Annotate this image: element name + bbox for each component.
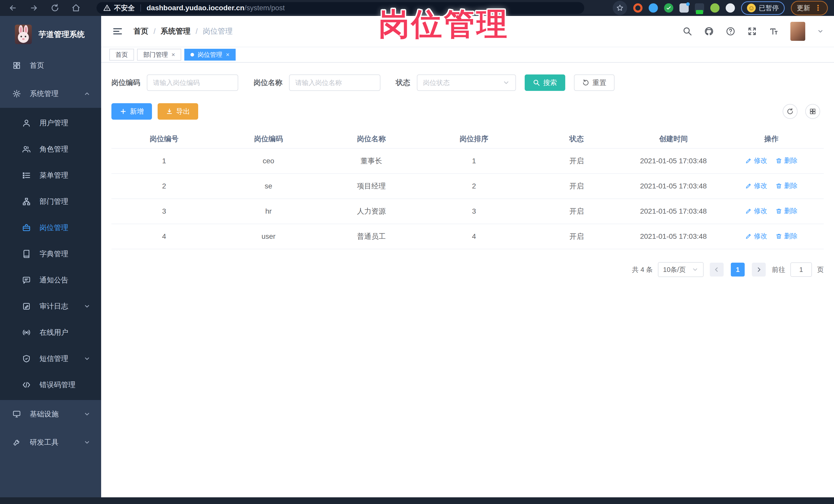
code-icon bbox=[22, 380, 31, 389]
briefcase-icon bbox=[22, 223, 31, 232]
page-size-select[interactable]: 10条/页 bbox=[658, 262, 704, 277]
extension-icon[interactable] bbox=[633, 3, 642, 13]
sidebar-item-depts[interactable]: 部门管理 bbox=[0, 189, 101, 215]
breadcrumb-current: 岗位管理 bbox=[203, 26, 233, 37]
edit-log-icon bbox=[22, 302, 31, 311]
tab-label: 首页 bbox=[115, 50, 128, 59]
cell-post-code: user bbox=[217, 224, 320, 249]
home-icon[interactable] bbox=[71, 3, 81, 13]
add-button[interactable]: 新增 bbox=[111, 103, 152, 119]
filter-form: 岗位编码 岗位名称 状态 岗位状态 搜索 重置 bbox=[111, 74, 824, 91]
col-header-post-code: 岗位编码 bbox=[217, 129, 320, 148]
refresh-table-button[interactable] bbox=[783, 104, 797, 119]
breadcrumb-system[interactable]: 系统管理 bbox=[161, 26, 191, 37]
export-button-label: 导出 bbox=[176, 107, 190, 116]
fullscreen-icon[interactable] bbox=[747, 26, 757, 36]
status-select[interactable]: 岗位状态 bbox=[417, 74, 516, 91]
window-bottom-edge bbox=[0, 497, 834, 504]
extension-icon[interactable] bbox=[726, 3, 735, 13]
browser-menu-icon[interactable]: ⋮ bbox=[814, 5, 822, 10]
extension-icon[interactable] bbox=[649, 3, 658, 13]
col-header-created: 创建时间 bbox=[628, 129, 719, 148]
sidebar-item-online-users[interactable]: 在线用户 bbox=[0, 320, 101, 346]
sidebar-item-devtools[interactable]: 研发工具 bbox=[0, 428, 101, 457]
sidebar-item-posts[interactable]: 岗位管理 bbox=[0, 215, 101, 241]
sidebar-item-error-codes[interactable]: 错误码管理 bbox=[0, 372, 101, 398]
breadcrumb-separator: / bbox=[196, 27, 198, 36]
active-dot-icon bbox=[191, 53, 194, 57]
tab-dept[interactable]: 部门管理 × bbox=[137, 49, 181, 61]
delete-link[interactable]: 删除 bbox=[775, 206, 797, 215]
table-row: 3 hr 人力资源 3 开启 2021-01-05 17:03:48 修改删除 bbox=[111, 199, 824, 224]
app-logo-row[interactable]: 芋道管理系统 bbox=[0, 16, 101, 51]
add-button-label: 新增 bbox=[130, 107, 144, 116]
tab-post[interactable]: 岗位管理 × bbox=[184, 49, 236, 61]
update-button[interactable]: 更新 ⋮ bbox=[791, 1, 828, 16]
monitor-icon bbox=[12, 410, 21, 418]
delete-link[interactable]: 删除 bbox=[775, 156, 797, 165]
back-icon[interactable] bbox=[8, 3, 18, 13]
delete-link[interactable]: 删除 bbox=[775, 181, 797, 190]
col-header-actions: 操作 bbox=[719, 129, 824, 148]
sidebar-item-label: 字典管理 bbox=[40, 249, 68, 259]
edit-link[interactable]: 修改 bbox=[745, 206, 767, 215]
tab-home[interactable]: 首页 bbox=[109, 49, 134, 61]
caret-down-icon[interactable] bbox=[817, 28, 824, 35]
edit-icon bbox=[745, 233, 752, 240]
table-row: 4 user 普通员工 4 开启 2021-01-05 17:03:48 修改删… bbox=[111, 224, 824, 249]
sidebar-item-label: 用户管理 bbox=[40, 118, 68, 128]
export-button[interactable]: 导出 bbox=[158, 103, 198, 119]
help-icon[interactable] bbox=[726, 26, 736, 36]
sidebar-item-label: 首页 bbox=[30, 61, 44, 70]
sidebar-item-home[interactable]: 首页 bbox=[0, 51, 101, 80]
close-icon[interactable]: × bbox=[226, 51, 229, 58]
edit-link[interactable]: 修改 bbox=[745, 181, 767, 190]
current-page-button[interactable]: 1 bbox=[731, 263, 745, 277]
hamburger-icon[interactable] bbox=[112, 26, 123, 37]
sidebar-item-users[interactable]: 用户管理 bbox=[0, 110, 101, 136]
sidebar-item-label: 部门管理 bbox=[40, 197, 68, 206]
font-size-icon[interactable] bbox=[769, 26, 778, 36]
post-name-input[interactable] bbox=[289, 74, 380, 91]
reload-icon[interactable] bbox=[50, 3, 60, 13]
column-settings-button[interactable] bbox=[805, 104, 820, 119]
edit-link[interactable]: 修改 bbox=[745, 232, 767, 241]
breadcrumb-home[interactable]: 首页 bbox=[133, 26, 148, 37]
extension-icon[interactable] bbox=[679, 3, 689, 13]
total-count: 共 4 条 bbox=[632, 265, 653, 274]
list-icon bbox=[22, 171, 31, 180]
prev-page-button[interactable] bbox=[710, 263, 724, 277]
next-page-button[interactable] bbox=[752, 263, 766, 277]
avatar[interactable] bbox=[790, 22, 805, 41]
sidebar-item-sms[interactable]: 短信管理 bbox=[0, 346, 101, 372]
extension-icon[interactable] bbox=[695, 3, 704, 13]
sidebar-item-dicts[interactable]: 字典管理 bbox=[0, 241, 101, 267]
col-header-post-name: 岗位名称 bbox=[320, 129, 423, 148]
search-button[interactable]: 搜索 bbox=[525, 74, 565, 91]
address-bar[interactable]: 不安全 dashboard.yudao.iocoder.cn /system/p… bbox=[96, 2, 584, 14]
edit-icon bbox=[745, 157, 752, 164]
sidebar-item-notices[interactable]: 通知公告 bbox=[0, 267, 101, 293]
forward-icon[interactable] bbox=[29, 3, 39, 13]
reset-button[interactable]: 重置 bbox=[574, 74, 615, 91]
paused-badge[interactable]: ☺ 已暂停 bbox=[741, 1, 785, 15]
search-icon[interactable] bbox=[683, 26, 692, 36]
goto-page-input[interactable] bbox=[790, 262, 812, 277]
edit-link[interactable]: 修改 bbox=[745, 156, 767, 165]
plus-icon bbox=[119, 108, 127, 115]
org-tree-icon bbox=[22, 197, 31, 206]
sidebar-item-infrastructure[interactable]: 基础设施 bbox=[0, 400, 101, 428]
sidebar-item-audit-logs[interactable]: 审计日志 bbox=[0, 293, 101, 320]
bookmark-star-icon[interactable] bbox=[613, 1, 627, 15]
extension-icon[interactable] bbox=[710, 3, 720, 13]
post-code-input[interactable] bbox=[147, 74, 238, 91]
github-icon[interactable] bbox=[704, 26, 714, 36]
extension-icon[interactable] bbox=[664, 3, 673, 13]
close-icon[interactable]: × bbox=[172, 51, 175, 58]
sidebar-item-menus[interactable]: 菜单管理 bbox=[0, 162, 101, 189]
chevron-down-icon bbox=[84, 303, 90, 310]
sidebar-item-roles[interactable]: 角色管理 bbox=[0, 136, 101, 162]
sidebar-item-system[interactable]: 系统管理 bbox=[0, 80, 101, 108]
user-icon bbox=[22, 118, 31, 127]
delete-link[interactable]: 删除 bbox=[775, 232, 797, 241]
